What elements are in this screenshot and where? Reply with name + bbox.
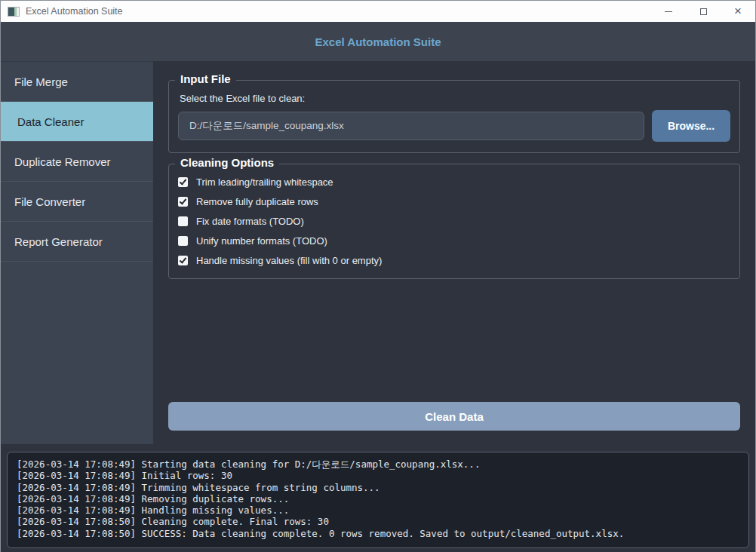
app-window: Excel Automation Suite × Excel Automatio…: [0, 0, 756, 552]
cleaning-option-fix-date-formats-todo[interactable]: Fix date formats (TODO): [178, 216, 730, 227]
sidebar-item-file-merge[interactable]: File Merge: [1, 62, 153, 102]
titlebar-title: Excel Automation Suite: [26, 6, 123, 17]
sidebar-item-label: Duplicate Remover: [14, 155, 111, 168]
close-icon: ×: [734, 5, 742, 17]
input-file-label: Select the Excel file to clean:: [180, 93, 730, 104]
app-title: Excel Automation Suite: [315, 35, 441, 48]
cleaning-options-group-title: Cleaning Options: [175, 156, 279, 169]
input-file-group: Input File Select the Excel file to clea…: [168, 80, 740, 153]
minimize-button[interactable]: [651, 1, 686, 22]
body-row: File Merge Data Cleaner Duplicate Remove…: [1, 61, 755, 444]
log-line: [2026-03-14 17:08:50] Cleaning complete.…: [17, 516, 739, 527]
sidebar-item-report-generator[interactable]: Report Generator: [1, 222, 153, 262]
titlebar: Excel Automation Suite ×: [1, 1, 755, 22]
log-output[interactable]: [2026-03-14 17:08:49] Starting data clea…: [7, 452, 749, 548]
log-line: [2026-03-14 17:08:49] Handling missing v…: [17, 504, 739, 516]
window-controls: ×: [651, 1, 755, 22]
input-file-group-title: Input File: [175, 72, 236, 85]
maximize-button[interactable]: [686, 1, 721, 22]
log-line: [2026-03-14 17:08:50] SUCCESS: Data clea…: [17, 528, 739, 539]
log-line: [2026-03-14 17:08:49] Initial rows: 30: [17, 470, 739, 481]
sidebar-item-data-cleaner[interactable]: Data Cleaner: [1, 102, 153, 142]
cleaning-option-remove-fully-duplicate-rows[interactable]: Remove fully duplicate rows: [178, 196, 730, 207]
cleaning-options-group: Cleaning Options Trim leading/trailing w…: [168, 164, 740, 279]
file-path-input[interactable]: [178, 112, 644, 140]
checkbox-icon[interactable]: [178, 236, 188, 246]
sidebar-item-label: Report Generator: [14, 235, 103, 248]
log-section: [2026-03-14 17:08:49] Starting data clea…: [1, 444, 755, 552]
cleaning-option-label: Trim leading/trailing whitespace: [196, 176, 333, 188]
cleaning-option-label: Unify number formats (TODO): [196, 235, 327, 247]
cleaning-option-label: Fix date formats (TODO): [196, 216, 304, 227]
app-header: Excel Automation Suite: [1, 22, 755, 61]
log-line: [2026-03-14 17:08:49] Starting data clea…: [17, 458, 739, 470]
sidebar: File Merge Data Cleaner Duplicate Remove…: [1, 61, 153, 444]
checkbox-icon[interactable]: [178, 216, 188, 226]
cleaning-option-unify-number-formats-todo[interactable]: Unify number formats (TODO): [178, 235, 730, 247]
sidebar-item-duplicate-remover[interactable]: Duplicate Remover: [1, 142, 153, 182]
sidebar-item-label: File Converter: [14, 195, 85, 208]
browse-button[interactable]: Browse...: [652, 110, 730, 142]
main-content: Input File Select the Excel file to clea…: [153, 61, 755, 444]
checkbox-icon[interactable]: [178, 177, 188, 187]
close-button[interactable]: ×: [721, 1, 755, 22]
input-file-row: Browse...: [178, 110, 730, 142]
checkbox-icon[interactable]: [178, 197, 188, 207]
sidebar-item-file-converter[interactable]: File Converter: [1, 182, 153, 222]
minimize-icon: [665, 11, 672, 12]
log-line: [2026-03-14 17:08:49] Removing duplicate…: [17, 493, 739, 504]
app-icon: [8, 7, 20, 17]
cleaning-option-handle-missing-values-fill-with-0-or-empty[interactable]: Handle missing values (fill with 0 or em…: [178, 255, 730, 266]
cleaning-option-trim-leading-trailing-whitespace[interactable]: Trim leading/trailing whitespace: [178, 176, 730, 188]
sidebar-item-label: Data Cleaner: [17, 115, 84, 128]
cleaning-option-label: Handle missing values (fill with 0 or em…: [196, 255, 382, 266]
maximize-icon: [700, 8, 707, 15]
cleaning-option-label: Remove fully duplicate rows: [196, 196, 318, 207]
checkbox-icon[interactable]: [178, 256, 188, 265]
clean-data-button[interactable]: Clean Data: [168, 402, 740, 431]
log-line: [2026-03-14 17:08:49] Trimming whitespac…: [17, 482, 739, 493]
sidebar-item-label: File Merge: [14, 75, 68, 88]
